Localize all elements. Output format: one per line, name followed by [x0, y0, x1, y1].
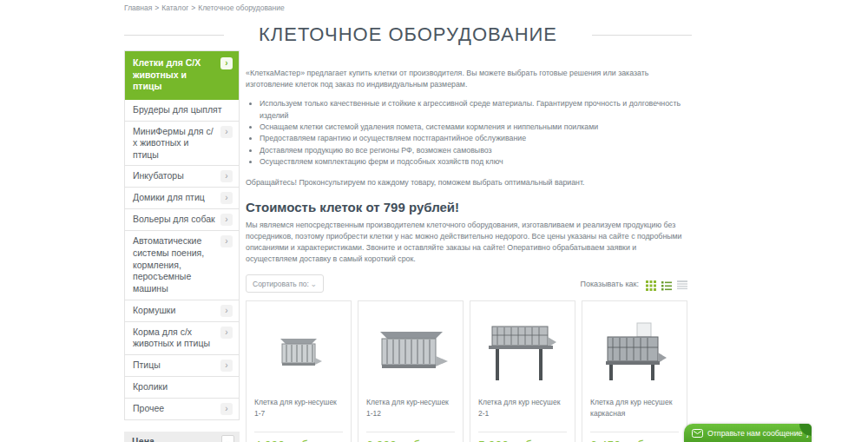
cage-illustration — [599, 321, 670, 384]
cage-illustration — [483, 320, 562, 386]
product-card[interactable]: Клетка для кур-несушек 1-7 4 090 руб. — [246, 300, 352, 442]
sidebar-item-label: Инкубаторы — [133, 170, 184, 182]
breadcrumb-home-link[interactable]: Главная — [124, 3, 152, 12]
chevron-right-icon[interactable]: › — [220, 360, 233, 372]
feature-item: Используем только качественные и стойкие… — [260, 98, 687, 122]
sidebar-item-label: Клетки для С/Х животных и птицы — [133, 57, 217, 93]
intro-paragraph: «КлеткаМастер» предлагает купить клетки … — [246, 68, 687, 90]
chevron-right-icon[interactable]: › — [220, 327, 233, 339]
sidebar-item-label: Вольеры для собак — [133, 214, 215, 226]
view-label: Показывать как: — [581, 280, 640, 288]
chevron-right-icon[interactable]: › — [220, 126, 233, 138]
product-image[interactable] — [590, 308, 679, 397]
sidebar-item-label: Брудеры для цыплят — [133, 104, 222, 116]
chevron-right-icon[interactable]: › — [220, 235, 233, 247]
sidebar-item-label: Кролики — [133, 381, 168, 393]
main-content: «КлеткаМастер» предлагает купить клетки … — [246, 68, 687, 442]
sidebar-item-label: Домики для птиц — [133, 192, 205, 204]
sidebar-item-brooders[interactable]: Брудеры для цыплят — [125, 100, 239, 122]
chat-message-label: Отправьте нам сообщение — [707, 429, 803, 438]
product-price: 5 900 руб. — [478, 432, 567, 442]
sidebar-item-label: МиниФермы для с/х животных и птицы — [133, 126, 217, 162]
price-filter-title: Цена — [132, 436, 155, 442]
feature-item: Осуществляем комплектацию ферм и подсобн… — [260, 156, 687, 168]
sort-dropdown[interactable]: Сортировать по: ⌄ — [246, 274, 324, 293]
sidebar-item-label: Кормушки — [133, 305, 175, 317]
sidebar-item-label: Птицы — [133, 360, 161, 372]
chevron-right-icon[interactable]: › — [220, 192, 233, 204]
list-view-icon[interactable] — [661, 279, 672, 289]
product-price: 6 450 руб. — [590, 432, 679, 442]
price-filter: Цена ⌄ от до — [124, 432, 240, 442]
product-card[interactable]: Клетка для кур несушек 2-1 5 900 руб. — [470, 300, 575, 442]
product-grid: Клетка для кур-несушек 1-7 4 090 руб. Кл… — [246, 300, 687, 442]
sidebar-item-incubators[interactable]: Инкубаторы › — [125, 166, 239, 188]
chevron-right-icon[interactable]: › — [220, 305, 233, 317]
product-card[interactable]: Клетка для кур несушек каркасная 6 450 р… — [582, 300, 687, 442]
product-name[interactable]: Клетка для кур несушек каркасная — [590, 397, 679, 419]
message-icon — [692, 429, 703, 438]
sidebar-item-label: Прочее — [133, 403, 164, 415]
title-row: КЛЕТОЧНОЕ ОБОРУДОВАНИЕ — [124, 23, 692, 46]
sidebar-item-feed[interactable]: Корма для с/х животных и птицы › — [125, 322, 239, 355]
chevron-down-icon[interactable]: ⌄ — [221, 435, 234, 442]
breadcrumb-catalog-link[interactable]: Каталог — [161, 3, 188, 12]
contact-note: Обращайтесь! Проконсультируем по каждому… — [246, 177, 687, 188]
chevron-down-icon: ⌄ — [310, 280, 317, 288]
product-image[interactable] — [254, 308, 343, 397]
price-heading: Стоимость клеток от 799 рублей! — [246, 200, 687, 214]
sidebar-item-cages-farm-animals[interactable]: Клетки для С/Х животных и птицы › — [125, 51, 239, 100]
category-menu: Клетки для С/Х животных и птицы › Брудер… — [124, 50, 240, 420]
chevron-right-icon[interactable]: › — [220, 57, 233, 69]
sidebar-item-feeders[interactable]: Кормушки › — [125, 300, 239, 322]
sidebar: Клетки для С/Х животных и птицы › Брудер… — [124, 50, 240, 442]
cage-illustration — [370, 327, 451, 379]
title-divider-left — [124, 35, 224, 36]
page-title: КЛЕТОЧНОЕ ОБОРУДОВАНИЕ — [259, 23, 557, 46]
description-paragraph: Мы являемся непосредственным производите… — [246, 220, 687, 266]
product-image[interactable] — [478, 308, 567, 397]
breadcrumb-separator: > — [191, 3, 195, 12]
price-filter-header[interactable]: Цена ⌄ — [124, 432, 240, 442]
product-name[interactable]: Клетка для кур несушек 2-1 — [478, 397, 567, 419]
catalog-page: Главная>Каталог>Клеточное оборудование К… — [0, 0, 868, 442]
product-price: 6 999 руб. — [366, 432, 455, 442]
grid-view-icon[interactable] — [646, 279, 656, 289]
product-image[interactable] — [366, 308, 455, 397]
product-card[interactable]: Клетка для кур-несушек 1-12 6 999 руб. — [358, 300, 464, 442]
sidebar-item-label: Корма для с/х животных и птицы — [133, 327, 217, 350]
feature-item: Предоставляем гарантию и осуществляем по… — [260, 133, 687, 144]
sidebar-item-dog-enclosures[interactable]: Вольеры для собак › — [125, 209, 239, 231]
chevron-right-icon[interactable]: › — [220, 403, 233, 415]
sidebar-item-automatic-systems[interactable]: Автоматические системы поения, кормления… — [125, 231, 239, 300]
toolbar: Сортировать по: ⌄ Показывать как: — [246, 274, 687, 293]
sidebar-item-birdhouses[interactable]: Домики для птиц › — [125, 188, 239, 209]
sidebar-item-birds[interactable]: Птицы › — [125, 355, 239, 377]
sidebar-item-rabbits[interactable]: Кролики — [125, 377, 239, 399]
table-view-icon[interactable] — [677, 279, 687, 289]
title-divider-right — [592, 35, 692, 36]
chat-widget[interactable]: Отправьте нам сообщение jivosite — [684, 424, 812, 442]
product-name[interactable]: Клетка для кур-несушек 1-7 — [254, 397, 343, 419]
feature-list: Используем только качественные и стойкие… — [260, 98, 687, 168]
feature-item: Оснащаем клетки системой удаления помета… — [260, 122, 687, 133]
chevron-right-icon[interactable]: › — [220, 214, 233, 226]
breadcrumb: Главная>Каталог>Клеточное оборудование — [124, 3, 285, 12]
cage-illustration — [272, 332, 326, 373]
product-name[interactable]: Клетка для кур-несушек 1-12 — [366, 397, 455, 419]
chevron-right-icon[interactable]: › — [220, 170, 233, 182]
sidebar-item-label: Автоматические системы поения, кормления… — [133, 235, 217, 294]
sort-label: Сортировать по: — [253, 280, 309, 288]
feature-item: Доставляем продукцию во все регионы РФ, … — [260, 145, 687, 156]
breadcrumb-separator: > — [155, 3, 159, 12]
view-switcher: Показывать как: — [581, 279, 688, 289]
product-price: 4 090 руб. — [254, 432, 343, 442]
breadcrumb-current: Клеточное оборудование — [198, 3, 285, 12]
sidebar-item-other[interactable]: Прочее › — [125, 399, 239, 420]
sidebar-item-minifarms[interactable]: МиниФермы для с/х животных и птицы › — [125, 122, 239, 167]
